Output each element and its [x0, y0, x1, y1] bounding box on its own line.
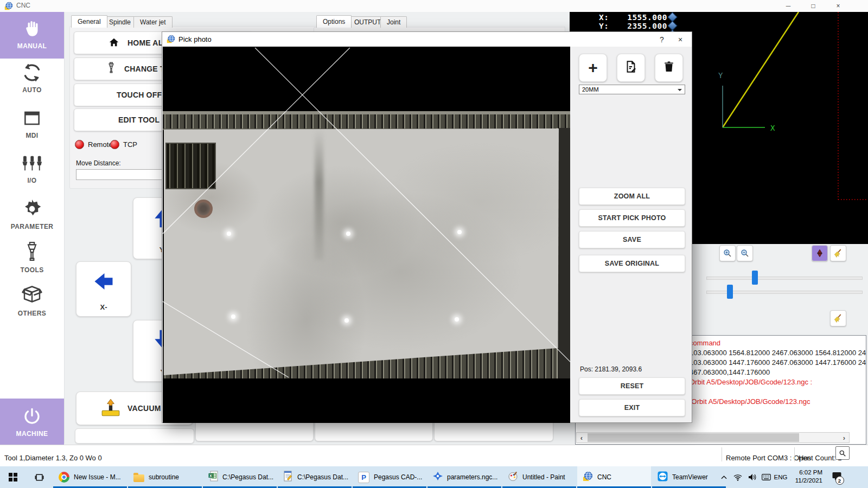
teamviewer-icon	[658, 471, 668, 484]
speed-slider-handle[interactable]	[727, 285, 733, 299]
dialog-titlebar[interactable]: Pick photo ? ×	[162, 32, 692, 47]
tab-options[interactable]: Options	[316, 15, 352, 28]
add-size-button[interactable]: +	[579, 54, 607, 82]
zoom-in-button[interactable]	[719, 245, 736, 261]
window-icon	[0, 106, 64, 131]
taskbar-app-pegasus-cad[interactable]: P Pegasus CAD-...	[353, 466, 426, 488]
app-globe-icon	[4, 2, 13, 12]
remote-indicator[interactable]: Remote	[75, 140, 113, 149]
paint-icon	[508, 471, 518, 484]
sidebar-item-tools[interactable]: TOOLS	[0, 240, 64, 277]
speaker-icon[interactable]	[745, 466, 758, 488]
dro-y-value: 2355.000	[627, 22, 667, 30]
taskbar-app-gcode[interactable]: parameters.ngc...	[427, 466, 501, 488]
dro-x-row: X:1555.000	[599, 13, 667, 22]
tab-water-jet[interactable]: Water jet	[133, 16, 173, 28]
clear-log-broom-button[interactable]	[830, 310, 846, 326]
log-horizontal-scrollbar[interactable]: ‹ ›	[576, 432, 850, 443]
taskbar-app-folder[interactable]: subroutine	[128, 466, 202, 488]
language-indicator[interactable]: ENG	[773, 466, 789, 488]
cnc-globe-icon	[583, 471, 593, 484]
scrollbar-thumb[interactable]	[588, 433, 799, 442]
edit-size-button[interactable]	[617, 54, 645, 82]
dialog-globe-icon	[167, 35, 175, 46]
sidebar-item-machine[interactable]: MACHINE	[0, 399, 64, 447]
zoom-all-button[interactable]: ZOOM ALL	[579, 188, 685, 205]
jog-x-minus-button[interactable]: X-	[76, 261, 131, 317]
sidebar-item-parameter[interactable]: PARAMETER	[0, 197, 64, 233]
svg-text:X: X	[209, 474, 212, 478]
wifi-icon[interactable]	[731, 466, 744, 488]
feed-slider[interactable]	[706, 277, 863, 280]
reset-button[interactable]: RESET	[579, 377, 685, 395]
home-icon	[108, 36, 120, 50]
taskbar-app-spreadsheet[interactable]: X C:\Pegasus Dat...	[203, 466, 277, 488]
sidebar-item-io[interactable]: I/O	[0, 151, 64, 187]
plumb-bob-button[interactable]	[812, 245, 828, 261]
toolpath-canvas: Y X	[692, 12, 868, 244]
zoom-out-button[interactable]	[737, 245, 753, 261]
size-dropdown[interactable]: 20MM	[579, 85, 685, 94]
hand-icon	[0, 16, 64, 41]
close-button[interactable]: ×	[826, 0, 851, 12]
save-button[interactable]: SAVE	[579, 231, 685, 248]
scroll-right-arrow[interactable]: ›	[839, 433, 849, 442]
feed-slider-handle[interactable]	[752, 271, 758, 285]
clock[interactable]: 6:02 PM 11/2/2021	[790, 468, 822, 485]
scroll-left-arrow[interactable]: ‹	[577, 433, 586, 442]
notepad-icon	[283, 471, 293, 484]
open-box-icon	[0, 284, 64, 309]
save-original-button[interactable]: SAVE ORIGINAL	[579, 255, 685, 272]
sidebar-item-others[interactable]: OTHERS	[0, 284, 64, 320]
taskbar-app-paint[interactable]: Untitled - Paint	[502, 466, 576, 488]
tab-spindle[interactable]: Spindle	[103, 16, 137, 28]
start-button[interactable]	[0, 466, 26, 488]
edit-document-icon	[624, 60, 638, 76]
gear-icon	[0, 197, 64, 222]
tcp-led-icon	[110, 140, 119, 149]
start-pick-photo-button[interactable]: START PICK PHOTO	[579, 209, 685, 227]
windows-logo-icon	[9, 473, 17, 481]
sidebar-item-auto[interactable]: AUTO	[0, 60, 64, 96]
tool-icon	[106, 62, 117, 76]
sidebar-item-mdi[interactable]: MDI	[0, 106, 64, 142]
trash-icon	[662, 60, 675, 75]
minimize-button[interactable]: ─	[776, 0, 801, 12]
camera-photo[interactable]	[163, 47, 570, 423]
maximize-button[interactable]: □	[801, 0, 826, 12]
folder-icon	[133, 474, 144, 482]
tray-expand-button[interactable]	[717, 466, 730, 488]
hidden-button-stub[interactable]	[75, 428, 194, 444]
x-axis-label: X	[770, 124, 775, 132]
taskbar: New Issue - M... subroutine X C:\Pegasus…	[0, 466, 868, 488]
exit-button[interactable]: EXIT	[579, 399, 685, 416]
dro-y-row: Y:2355.000	[599, 22, 667, 30]
power-icon	[0, 404, 64, 429]
tcp-indicator[interactable]: TCP	[110, 140, 137, 149]
taskbar-app-teamviewer[interactable]: TeamViewer	[652, 466, 726, 488]
clear-view-broom-button[interactable]	[830, 245, 846, 261]
dialog-title: Pick photo	[178, 35, 212, 43]
status-search-button[interactable]	[835, 446, 850, 460]
pegasus-cad-icon: P	[358, 472, 369, 483]
notification-center-button[interactable]: 2	[827, 466, 846, 488]
dialog-help-button[interactable]: ?	[654, 32, 670, 47]
sidebar-item-manual[interactable]: MANUAL	[0, 12, 64, 59]
delete-size-button[interactable]	[655, 54, 683, 82]
chevron-up-icon	[721, 476, 727, 479]
dialog-close-button[interactable]: ×	[672, 32, 688, 47]
tab-joint[interactable]: Joint	[380, 16, 407, 28]
tab-general[interactable]: General	[71, 15, 107, 28]
touch-keyboard-icon[interactable]	[760, 466, 773, 488]
y-axis-label: Y	[718, 71, 723, 80]
taskbar-app-chrome[interactable]: New Issue - M...	[53, 466, 127, 488]
taskbar-app-notepad[interactable]: C:\Pegasus Dat...	[278, 466, 352, 488]
toolholder-icon	[0, 240, 64, 265]
task-view-button[interactable]	[26, 466, 52, 488]
taskbar-app-cnc[interactable]: CNC	[577, 466, 651, 488]
chrome-icon	[59, 472, 69, 483]
spreadsheet-icon: X	[208, 471, 218, 484]
dro-x-value: 1555.000	[627, 13, 667, 22]
move-distance-label: Move Distance:	[76, 159, 121, 167]
window-titlebar: CNC ─ □ ×	[0, 0, 868, 12]
